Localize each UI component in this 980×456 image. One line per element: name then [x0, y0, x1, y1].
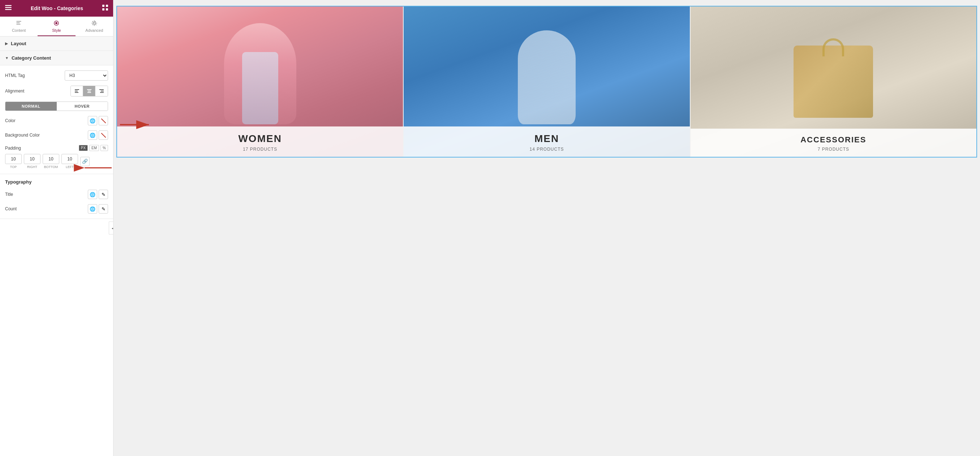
color-controls: 🌐	[88, 116, 108, 126]
svg-rect-12	[75, 89, 79, 90]
tab-content[interactable]: Content	[0, 17, 38, 36]
typography-title-controls: 🌐 ✎	[88, 190, 108, 199]
category-women-card[interactable]: WOMEN 17 PRODUCTS	[117, 6, 403, 157]
padding-left-field: LEFT	[61, 154, 78, 169]
typography-section: Typography Title 🌐 ✎ Count 🌐 ✎	[0, 174, 113, 219]
collapse-panel-btn[interactable]: ◀	[109, 221, 113, 235]
padding-right-label: RIGHT	[27, 165, 37, 169]
layout-label: Layout	[11, 41, 26, 46]
category-men-card[interactable]: MEN 14 PRODUCTS	[404, 6, 689, 157]
men-name: MEN	[407, 133, 686, 145]
svg-rect-7	[102, 8, 105, 11]
html-tag-controls: H3 H1 H2 H4 H5 H6 DIV SPAN	[65, 70, 108, 81]
color-slash-btn[interactable]	[99, 116, 108, 126]
unit-px-btn[interactable]: PX	[79, 145, 88, 151]
svg-point-10	[55, 22, 57, 24]
html-tag-label: HTML Tag	[5, 73, 65, 78]
padding-top-input[interactable]	[5, 154, 22, 164]
women-name: WOMEN	[121, 133, 399, 145]
tab-style-label: Style	[52, 28, 61, 33]
svg-rect-14	[75, 92, 78, 93]
align-right-btn[interactable]	[95, 86, 108, 96]
html-tag-select[interactable]: H3 H1 H2 H4 H5 H6 DIV SPAN	[65, 70, 108, 81]
padding-top-field: TOP	[5, 154, 22, 169]
unit-group: PX EM %	[79, 145, 108, 151]
top-spacer	[113, 0, 980, 4]
color-globe-btn[interactable]: 🌐	[88, 116, 97, 126]
svg-line-22	[101, 133, 106, 138]
count-globe-btn[interactable]: 🌐	[88, 204, 97, 213]
title-globe-btn[interactable]: 🌐	[88, 190, 97, 199]
accessories-name: ACCESSORIES	[694, 135, 973, 145]
men-overlay: MEN 14 PRODUCTS	[404, 127, 689, 157]
bg-color-globe-btn[interactable]: 🌐	[88, 130, 97, 140]
padding-bottom-input[interactable]	[43, 154, 59, 164]
state-toggle: NORMAL HOVER	[5, 102, 108, 111]
women-count: 17 PRODUCTS	[121, 147, 399, 152]
svg-rect-17	[88, 92, 91, 93]
padding-left-input[interactable]	[61, 154, 78, 164]
svg-rect-16	[88, 91, 91, 91]
category-content-arrow-icon: ▼	[5, 56, 9, 60]
typography-title: Typography	[5, 179, 108, 184]
typography-count-controls: 🌐 ✎	[88, 204, 108, 213]
tab-content-label: Content	[12, 28, 26, 33]
padding-link-btn[interactable]: 🔗	[80, 157, 90, 166]
typography-title-label: Title	[5, 192, 88, 197]
canvas-wrapper: WOMEN 17 PRODUCTS MEN 14 PRODUCTS	[113, 0, 980, 157]
svg-point-11	[93, 22, 95, 24]
padding-right-field: RIGHT	[24, 154, 40, 169]
bg-color-slash-btn[interactable]	[99, 130, 108, 140]
tab-style[interactable]: Style	[38, 17, 75, 36]
state-normal-btn[interactable]: NORMAL	[5, 102, 57, 111]
page-title: Edit Woo - Categories	[31, 5, 83, 11]
title-edit-btn[interactable]: ✎	[99, 190, 108, 199]
background-color-label: Background Color	[5, 133, 88, 138]
svg-rect-15	[87, 89, 91, 90]
category-accessories-card[interactable]: ACCESSORIES 7 PRODUCTS	[690, 6, 977, 157]
alignment-controls	[70, 86, 108, 97]
tab-bar: Content Style Advanced	[0, 17, 113, 37]
unit-em-btn[interactable]: EM	[89, 145, 99, 151]
align-group	[70, 86, 108, 97]
tab-advanced-label: Advanced	[85, 28, 103, 33]
layout-arrow-icon: ▶	[5, 41, 8, 46]
typography-count-label: Count	[5, 206, 88, 211]
unit-pct-btn[interactable]: %	[100, 145, 108, 151]
align-center-btn[interactable]	[83, 86, 95, 96]
color-row: Color 🌐	[5, 116, 108, 126]
tab-advanced[interactable]: Advanced	[76, 17, 113, 36]
section-layout[interactable]: ▶ Layout	[0, 37, 113, 51]
category-content-label: Category Content	[11, 55, 51, 61]
sidebar-header: Edit Woo - Categories	[0, 0, 113, 17]
men-count: 14 PRODUCTS	[407, 147, 686, 152]
padding-right-input[interactable]	[24, 154, 40, 164]
svg-rect-18	[99, 89, 104, 90]
panel-content: ▶ Layout ▼ Category Content HTML Tag H3 …	[0, 37, 113, 456]
html-tag-row: HTML Tag H3 H1 H2 H4 H5 H6 DIV SPAN	[5, 70, 108, 81]
padding-left-label: LEFT	[66, 165, 74, 169]
align-left-btn[interactable]	[71, 86, 83, 96]
accessories-overlay: ACCESSORIES 7 PRODUCTS	[690, 129, 977, 157]
color-label: Color	[5, 118, 88, 123]
svg-rect-19	[101, 91, 104, 91]
state-hover-btn[interactable]: HOVER	[57, 102, 108, 111]
count-edit-btn[interactable]: ✎	[99, 204, 108, 213]
hamburger-icon[interactable]	[5, 5, 11, 11]
padding-section: Padding PX EM % TOP RIGHT	[5, 145, 108, 169]
accessories-count: 7 PRODUCTS	[694, 147, 973, 152]
bg-color-controls: 🌐	[88, 130, 108, 140]
background-color-row: Background Color 🌐	[5, 130, 108, 140]
svg-rect-2	[5, 5, 11, 6]
women-overlay: WOMEN 17 PRODUCTS	[117, 127, 403, 157]
category-content-body: HTML Tag H3 H1 H2 H4 H5 H6 DIV SPAN	[0, 65, 113, 174]
padding-header: Padding PX EM %	[5, 145, 108, 151]
alignment-row: Alignment	[5, 86, 108, 97]
svg-line-21	[101, 119, 106, 123]
grid-icon[interactable]	[102, 5, 108, 12]
svg-rect-6	[106, 5, 108, 7]
section-category-content[interactable]: ▼ Category Content	[0, 51, 113, 65]
categories-container: WOMEN 17 PRODUCTS MEN 14 PRODUCTS	[116, 6, 977, 157]
padding-top-label: TOP	[10, 165, 17, 169]
padding-label: Padding	[5, 146, 21, 151]
